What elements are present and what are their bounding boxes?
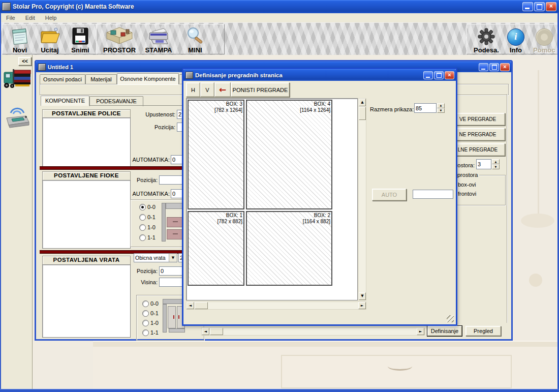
close-icon: × — [546, 3, 556, 11]
close-button[interactable]: × — [546, 2, 556, 11]
box4-dims: [1164 x 1264] — [300, 107, 330, 113]
podesa-button[interactable]: Podesa. — [472, 25, 501, 54]
vrata-radio-1-1-label: 1-1 — [150, 329, 159, 336]
prostora-spinner[interactable]: ▲ ▼ — [492, 159, 500, 169]
vrata-pozicija-input[interactable] — [159, 266, 183, 276]
maximize-button[interactable] — [534, 2, 545, 11]
partition-box-3[interactable]: BOX: 3[782 x 1264] — [188, 100, 244, 209]
razmera-spinner[interactable]: ▲ ▼ — [437, 103, 445, 113]
dialog-maximize-button[interactable] — [434, 71, 444, 79]
razmera-down-icon[interactable]: ▼ — [437, 108, 445, 113]
canvas-vscroll-thumb[interactable] — [359, 107, 366, 120]
tab-osnovne-komponente[interactable]: Osnovne Komponente — [117, 73, 179, 84]
doc-scroll-left-icon[interactable]: ◄ — [202, 328, 209, 335]
spinner-down-icon[interactable]: ▼ — [492, 164, 500, 169]
minimize-button[interactable] — [522, 2, 533, 11]
canvas-horizontal-scrollbar[interactable]: ◄ ► — [186, 301, 366, 310]
doc-maximize-button[interactable] — [489, 63, 499, 71]
toolbar-file-group: Novi Ucitaj Snimi — [2, 24, 100, 54]
canvas-vertical-scrollbar[interactable]: ▲ ▼ — [358, 98, 366, 300]
partition-box-4[interactable]: BOX: 4[1164 x 1264] — [246, 100, 332, 209]
doc-close-button[interactable]: × — [500, 63, 510, 71]
toolbar-view-group: PROSTOR STAMPA MINI — [96, 24, 225, 54]
vrata-radio-0-0[interactable] — [142, 300, 149, 307]
fioke-radio-1-0[interactable] — [139, 224, 146, 231]
fioke-radio-1-1-label: 1-1 — [147, 234, 156, 240]
menu-edit[interactable]: Edit — [20, 15, 40, 21]
vrata-header: POSTAVLJENA VRATA — [42, 256, 131, 265]
horizontal-split-button[interactable]: H — [186, 82, 200, 97]
vrata-listbox[interactable] — [42, 264, 131, 338]
novi-button[interactable]: Novi — [7, 25, 33, 54]
tab-osnovni-podaci[interactable]: Osnovni podaci — [40, 74, 85, 84]
vrata-radio-0-1[interactable] — [142, 310, 149, 317]
dialog-minimize-icon — [426, 77, 430, 78]
vertical-split-button[interactable]: V — [200, 82, 214, 97]
pregrade-button-1[interactable]: VE PREGRADE — [450, 113, 505, 126]
partition-box-1[interactable]: BOX: 1[782 x 882] — [188, 211, 244, 286]
ponisti-pregrade-button[interactable]: PONISTI PREGRADE — [231, 82, 290, 97]
pregrade-button-2[interactable]: NE PREGRADE — [450, 128, 505, 141]
vrata-radio-1-0-label: 1-0 — [150, 320, 159, 326]
prostora-option-frontovi[interactable]: frontovi — [458, 191, 476, 197]
doc-minimize-button[interactable] — [479, 63, 488, 71]
prostora-group-title: prostora — [456, 172, 479, 178]
fioke-radio-0-0[interactable] — [139, 204, 146, 210]
canvas-scroll-right-icon[interactable]: ► — [358, 302, 366, 309]
fioke-pozicija-input[interactable] — [159, 175, 183, 185]
fioke-radio-1-1[interactable] — [139, 234, 146, 241]
dialog-icon — [185, 72, 193, 79]
prostora-option-boxovi[interactable]: box-ovi — [458, 182, 476, 188]
fioke-radio-1-0-label: 1-0 — [147, 224, 156, 230]
razmera-label: Razmera prikaza: — [370, 106, 416, 112]
info-button[interactable]: i Info — [505, 25, 527, 54]
app-icon — [2, 3, 11, 11]
razmera-up-icon[interactable]: ▲ — [437, 103, 445, 108]
menu-help[interactable]: Help — [40, 15, 62, 21]
dialog-close-button[interactable]: × — [445, 71, 454, 79]
canvas-scroll-up-icon[interactable]: ▲ — [359, 99, 366, 106]
doc-horizontal-scrollbar[interactable]: ◄ ► — [201, 327, 425, 336]
stampa-button[interactable]: STAMPA — [142, 25, 175, 54]
undo-split-button[interactable]: ← — [214, 82, 231, 97]
dialog-minimize-button[interactable] — [423, 71, 433, 79]
snimi-label: Snimi — [71, 46, 89, 54]
dropdown-arrow-icon[interactable]: ▼ — [169, 254, 177, 262]
vrata-type-dropdown[interactable]: Obicna vrata ▼ — [134, 253, 177, 262]
window-edge-bottom — [0, 389, 559, 392]
tab-podesavanje[interactable]: PODESAVANJE — [89, 96, 143, 106]
doc-title: Untitled 1 — [48, 64, 73, 70]
vrata-radio-1-1[interactable] — [142, 329, 149, 336]
vrata-radio-1-0[interactable] — [142, 320, 149, 326]
canvas-hscroll-thumb[interactable] — [195, 302, 208, 309]
razmera-input[interactable] — [414, 103, 437, 113]
box1-name: BOX: 1 — [218, 213, 242, 219]
tab-komponente[interactable]: KOMPONENTE — [41, 96, 89, 106]
dialog-resize-grip[interactable] — [447, 315, 454, 322]
fioke-radio-0-1[interactable] — [139, 214, 146, 221]
spinner-up-icon[interactable]: ▲ — [492, 159, 500, 164]
definisanje-button[interactable]: Definisanje — [427, 326, 462, 336]
doc-scroll-right-icon[interactable]: ► — [417, 328, 424, 335]
ucitaj-button[interactable]: Ucitaj — [36, 25, 64, 54]
snimi-button[interactable]: Snimi — [67, 25, 94, 54]
menu-file[interactable]: File — [1, 15, 20, 21]
prostor-label: PROSTOR — [103, 46, 136, 54]
stampa-label: STAMPA — [145, 46, 172, 54]
partition-canvas[interactable]: BOX: 3[782 x 1264] BOX: 4[1164 x 1264] B… — [186, 98, 358, 300]
scanner-icon[interactable] — [4, 104, 30, 129]
canvas-scroll-down-icon[interactable]: ▼ — [359, 292, 366, 300]
vrata-pozicija-label: Pozicija: — [111, 268, 158, 274]
doc-scroll-thumb[interactable] — [210, 328, 223, 335]
partition-box-2[interactable]: BOX: 2[1164 x 882] — [246, 211, 332, 286]
info-icon: i — [507, 28, 524, 46]
pregrade-button-3[interactable]: LNE PREGRADE — [450, 143, 505, 156]
canvas-scroll-left-icon[interactable]: ◄ — [187, 302, 194, 309]
auto-value-input[interactable] — [413, 190, 453, 199]
pregled-button[interactable]: Pregled — [465, 326, 501, 336]
forklift-icon[interactable] — [2, 63, 32, 93]
prostor-button[interactable]: PROSTOR — [104, 25, 135, 54]
mini-button[interactable]: MINI — [182, 25, 208, 54]
prostora-input[interactable] — [476, 159, 491, 169]
tab-materijal[interactable]: Materijal — [85, 74, 117, 84]
